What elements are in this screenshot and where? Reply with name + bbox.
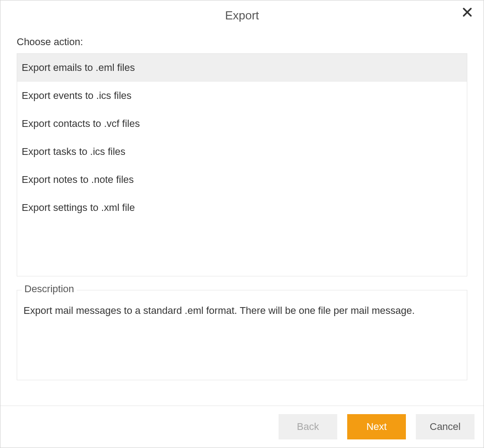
description-text: Export mail messages to a standard .eml … — [23, 304, 461, 318]
back-button[interactable]: Back — [279, 414, 337, 439]
close-icon — [462, 11, 473, 19]
dialog-content: Choose action: Export emails to .eml fil… — [0, 28, 484, 406]
action-export-events[interactable]: Export events to .ics files — [17, 82, 467, 110]
description-legend: Description — [22, 283, 77, 295]
action-label: Export emails to .eml files — [22, 62, 135, 73]
action-label: Export contacts to .vcf files — [22, 118, 140, 129]
choose-action-label: Choose action: — [17, 36, 467, 48]
action-export-emails[interactable]: Export emails to .eml files — [17, 54, 467, 82]
action-label: Export events to .ics files — [22, 90, 131, 101]
action-label: Export tasks to .ics files — [22, 146, 126, 157]
dialog-footer: Back Next Cancel — [0, 406, 484, 448]
action-export-settings[interactable]: Export settings to .xml file — [17, 194, 467, 222]
action-export-contacts[interactable]: Export contacts to .vcf files — [17, 110, 467, 138]
action-list: Export emails to .eml files Export event… — [17, 53, 467, 276]
export-dialog: Export Choose action: Export emails to .… — [0, 0, 484, 448]
next-button[interactable]: Next — [347, 414, 406, 439]
close-button[interactable] — [460, 7, 475, 21]
action-export-notes[interactable]: Export notes to .note files — [17, 166, 467, 194]
action-label: Export settings to .xml file — [22, 202, 135, 213]
cancel-button[interactable]: Cancel — [416, 414, 475, 439]
dialog-header: Export — [0, 0, 484, 28]
dialog-title: Export — [225, 9, 259, 22]
action-export-tasks[interactable]: Export tasks to .ics files — [17, 138, 467, 166]
description-group: Description Export mail messages to a st… — [17, 290, 467, 380]
action-label: Export notes to .note files — [22, 174, 134, 185]
